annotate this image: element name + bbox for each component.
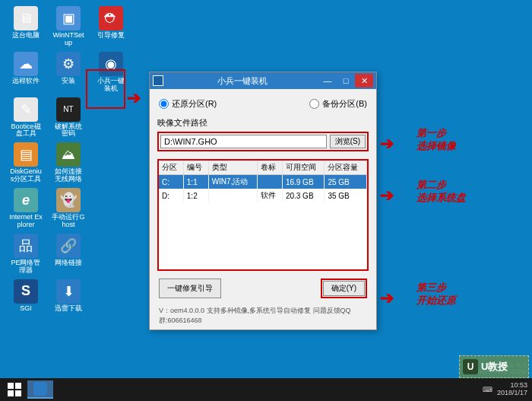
setup-icon: ▣ (56, 6, 81, 30)
arrow-icon: ➔ (380, 288, 394, 310)
icon-netlink[interactable]: 🔗网络链接 (52, 234, 85, 275)
icon-winntsetup[interactable]: ▣WinNTSetup (52, 6, 85, 47)
radio-restore-input[interactable] (159, 99, 169, 109)
toolbox-icon: ⛑ (99, 6, 123, 30)
brand-logo: U U教授 (459, 355, 529, 378)
system-tray[interactable]: ⌨ 10:53 2018/1/17 (483, 382, 527, 397)
desktop-icons: 🖥这台电脑 ▣WinNTSetup ⛑引导修复 ☁远程软件 ⚙安装 ◉小兵一键装… (9, 6, 128, 313)
ok-highlight: 确定(Y) (321, 278, 367, 298)
path-input[interactable] (160, 135, 327, 148)
sgi-icon: S (14, 279, 38, 304)
keyboard-icon: ⌨ (483, 386, 492, 393)
image-path-label: 映像文件路径 (157, 117, 369, 129)
radio-backup-input[interactable] (309, 99, 319, 109)
nt-icon: NT (56, 97, 81, 122)
icon-ie[interactable]: eInternet Explorer (9, 188, 43, 229)
svg-rect-1 (15, 383, 21, 389)
partition-table-box: 分区 编号 类型 卷标 可用空间 分区容量 C: 1:1 WIN7,活动 16.… (157, 159, 369, 271)
annotation-step2: ➔ 第二步 选择系统盘 (416, 179, 466, 205)
icon-this-pc[interactable]: 🖥这台电脑 (9, 6, 43, 47)
network-icon: 品 (14, 234, 38, 258)
partition-table[interactable]: 分区 编号 类型 卷标 可用空间 分区容量 C: 1:1 WIN7,活动 16.… (159, 161, 367, 269)
cloud-icon: ☁ (14, 52, 38, 76)
titlebar[interactable]: 小兵一键装机 — □ ✕ (150, 72, 376, 89)
icon-install[interactable]: ⚙安装 (52, 52, 85, 93)
icon-thunder[interactable]: ⬇迅雷下载 (52, 279, 85, 313)
radio-backup[interactable]: 备份分区(B) (309, 98, 367, 110)
icon-remote[interactable]: ☁远程软件 (9, 52, 43, 93)
gear-icon: ⚙ (56, 52, 81, 76)
browse-button[interactable]: 浏览(S) (330, 135, 366, 148)
icon-boot-repair[interactable]: ⛑引导修复 (94, 6, 128, 47)
partition-icon: ▤ (14, 142, 38, 167)
landscape-icon: ⛰ (56, 142, 81, 167)
table-row[interactable]: C: 1:1 WIN7,活动 16.9 GB 25 GB (159, 175, 367, 189)
app-icon (33, 382, 47, 396)
download-icon: ⬇ (56, 279, 81, 304)
svg-rect-0 (8, 383, 14, 389)
annotation-step3: ➔ 第三步 开始还原 (416, 282, 456, 307)
ie-icon: e (14, 188, 38, 212)
ok-button[interactable]: 确定(Y) (323, 281, 365, 296)
table-header-row: 分区 编号 类型 卷标 可用空间 分区容量 (159, 161, 367, 175)
link-icon: 🔗 (56, 234, 81, 258)
brand-u-icon: U (463, 359, 478, 374)
maximize-button[interactable]: □ (337, 74, 355, 88)
arrow-icon: ➔ (380, 133, 394, 155)
icon-sgi[interactable]: SSGI (9, 279, 43, 313)
selection-highlight (86, 69, 125, 109)
th-type: 类型 (208, 161, 257, 175)
icon-wifi[interactable]: ⛰如何连接无线网络 (52, 142, 85, 183)
svg-rect-2 (8, 390, 14, 396)
radio-restore[interactable]: 还原分区(R) (159, 98, 217, 110)
taskbar: ⌨ 10:53 2018/1/17 (0, 378, 532, 401)
th-free: 可用空间 (282, 161, 325, 175)
icon-crack-pw[interactable]: NT破解系统密码 (52, 97, 85, 138)
minimize-button[interactable]: — (318, 74, 337, 88)
window-title: 小兵一键装机 (166, 75, 318, 87)
icon-pe-network[interactable]: 品PE网络管理器 (9, 234, 43, 275)
arrow-icon: ➔ (127, 88, 141, 108)
close-button[interactable]: ✕ (355, 74, 373, 88)
clock[interactable]: 10:53 2018/1/17 (497, 382, 527, 397)
icon-ghost[interactable]: 👻手动运行Ghost (52, 188, 85, 229)
monitor-icon: 🖥 (14, 6, 38, 30)
svg-rect-3 (15, 390, 21, 396)
th-partition: 分区 (159, 161, 183, 175)
th-volume: 卷标 (258, 161, 283, 175)
th-index: 编号 (183, 161, 208, 175)
start-button[interactable] (5, 380, 24, 399)
app-window: 小兵一键装机 — □ ✕ 还原分区(R) 备份分区(B) 映像文件路径 浏览(S… (149, 72, 377, 330)
table-row[interactable]: D: 1:2 软件 20.3 GB 35 GB (159, 189, 367, 202)
windows-icon (8, 383, 21, 396)
ghost-icon: 👻 (56, 188, 81, 212)
window-icon (153, 75, 163, 86)
taskbar-app[interactable] (27, 380, 53, 399)
path-row: 浏览(S) (157, 132, 369, 151)
status-bar: V：oem4.0.0.0 支持多种镜像,多系统引导自动修复 问题反馈QQ群:60… (157, 304, 369, 327)
th-size: 分区容量 (325, 161, 367, 175)
table-empty-space (159, 202, 367, 269)
annotation-step1: ➔ 第一步 选择镜像 (416, 127, 456, 153)
icon-bootice[interactable]: ✎Bootice磁盘工具 (9, 97, 43, 138)
repair-boot-button[interactable]: 一键修复引导 (159, 278, 221, 298)
arrow-icon: ➔ (380, 185, 394, 207)
icon-diskgenius[interactable]: ▤DiskGenius分区工具 (9, 142, 43, 183)
disk-icon: ✎ (14, 97, 38, 122)
